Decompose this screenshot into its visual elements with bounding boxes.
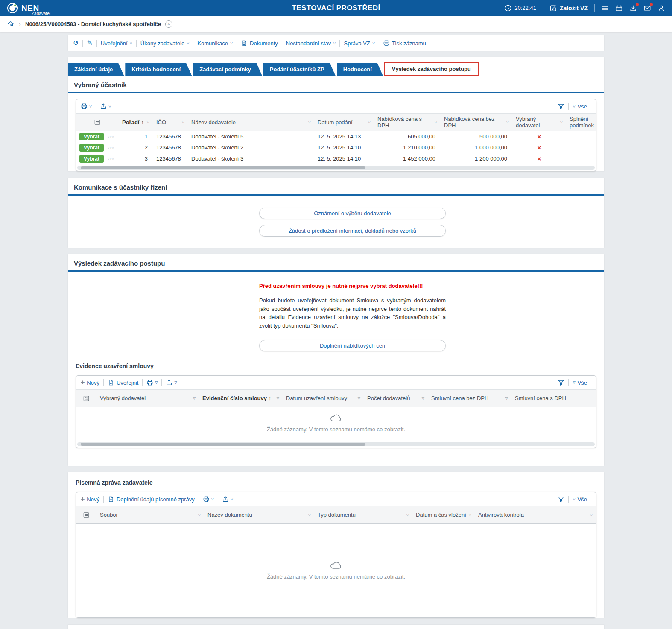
column-settings-icon[interactable]	[93, 119, 101, 126]
col-header-nazev-dodavatele[interactable]: Název dodavatele▽	[188, 114, 314, 131]
downloads-button[interactable]	[629, 4, 637, 12]
filter-dropdown-icon[interactable]: ▽	[422, 397, 424, 400]
column-settings-header[interactable]	[76, 506, 96, 524]
show-all-button[interactable]: ▽ Vše	[573, 496, 587, 503]
col-header-poradi[interactable]: Pořadí↑▽	[119, 114, 153, 131]
row-more-actions-icon[interactable]: ○○○	[108, 135, 114, 138]
doplneni-nabidkovych-cen-button[interactable]: Doplnění nabídkových cen	[259, 340, 446, 351]
new-report-button[interactable]: + Nový	[81, 496, 99, 503]
tab-kriteria-hodnoceni[interactable]: Kritéria hodnocení	[125, 63, 192, 76]
col-header-ico[interactable]: IČO▽	[153, 114, 188, 131]
export-button[interactable]: ▽	[166, 379, 177, 386]
col-header-vybrany-dodavatel[interactable]: Vybraný dodavatel▽	[96, 390, 199, 407]
vybrat-button[interactable]: Vybrat	[79, 155, 104, 163]
col-header-smluvni-cena-bez[interactable]: Smluvní cena bez DPH▽	[428, 390, 511, 407]
filter-dropdown-icon[interactable]: ▽	[182, 120, 184, 124]
row-more-actions-icon[interactable]: ○○○	[108, 146, 114, 149]
breadcrumb: › N006/25/V00004583 - Domácí kuchyňské s…	[0, 16, 672, 32]
tab-zakladni-udaje[interactable]: Základní údaje	[68, 63, 124, 76]
filter-icon[interactable]	[558, 496, 564, 503]
messages-button[interactable]	[643, 4, 651, 12]
new-contract-button[interactable]: + Nový	[81, 379, 99, 386]
tab-zadavaci-podminky[interactable]: Zadávací podmínky	[193, 63, 262, 76]
show-all-button[interactable]: ▽ Vše	[573, 103, 587, 110]
col-header-datum-uzavreni[interactable]: Datum uzavření smlouvy▽	[283, 390, 364, 407]
menu-icon[interactable]	[601, 4, 609, 12]
filter-dropdown-icon[interactable]: ▽	[506, 120, 509, 124]
col-header-smluvni-cena-s[interactable]: Smluvní cena s DPH	[511, 390, 596, 407]
filter-dropdown-icon[interactable]: ▽	[368, 120, 371, 124]
close-record-button[interactable]: ✕	[165, 20, 172, 28]
print-button[interactable]: ▽	[81, 103, 92, 110]
history-icon[interactable]: ↺	[73, 40, 79, 47]
col-header-datum-vlozeni[interactable]: Datum a čas vložení▽	[412, 506, 475, 524]
tab-hodnoceni[interactable]: Hodnocení	[337, 63, 383, 76]
filter-dropdown-icon[interactable]: ▽	[406, 513, 409, 517]
print-button[interactable]: ▽	[146, 379, 158, 386]
filter-dropdown-icon[interactable]: ▽	[147, 120, 149, 124]
edit-icon[interactable]: ✎	[87, 40, 92, 47]
report-grid: + Nový Doplnění údajů písemné zprávy ▽ ▽	[76, 492, 596, 618]
vybrat-button[interactable]: Vybrat	[79, 144, 104, 152]
col-header-splneni-podminek[interactable]: Splnění podmínek	[566, 114, 596, 131]
filter-dropdown-icon[interactable]: ▽	[358, 397, 360, 400]
col-header-datum-podani[interactable]: Datum podání▽	[314, 114, 374, 131]
row-more-actions-icon[interactable]: ○○○	[108, 157, 114, 160]
col-header-typ-dokumentu[interactable]: Typ dokumentu▽	[314, 506, 412, 524]
menu-sprava-vz[interactable]: Správa VZ ▽	[344, 40, 375, 47]
tab-vysledek-zadavaciho-postupu[interactable]: Výsledek zadávacího postupu	[384, 62, 479, 76]
breadcrumb-title[interactable]: N006/25/V00004583 - Domácí kuchyňské spo…	[25, 21, 161, 27]
section-komunikace: Komunikace s účastníky řízení Oznámení o…	[68, 178, 604, 248]
zadost-o-predlozeni-button[interactable]: Žádost o předložení informací, dokladů n…	[259, 225, 446, 237]
contracts-header-row: Vybraný dodavatel▽ Evidenční číslo smlou…	[76, 390, 596, 407]
user-icon[interactable]	[657, 4, 665, 12]
publish-button[interactable]: Uveřejnit	[108, 379, 138, 386]
column-settings-header[interactable]	[76, 390, 96, 407]
print-button[interactable]: ▽	[203, 496, 214, 503]
doplneni-udaju-button[interactable]: Doplnění údajů písemné zprávy	[108, 496, 195, 503]
create-vz-button[interactable]: Založit VZ	[549, 4, 588, 12]
menu-uverejneni[interactable]: Uveřejnění ▽	[101, 40, 132, 47]
menu-nestandardni-stav[interactable]: Nestandardní stav ▽	[286, 40, 336, 47]
col-header-pocet-dodavatelu[interactable]: Počet dodavatelů▽	[364, 390, 428, 407]
scrollbar-thumb[interactable]	[81, 443, 365, 446]
filter-icon[interactable]	[558, 103, 564, 110]
column-settings-header[interactable]	[76, 114, 119, 131]
horizontal-scrollbar[interactable]	[77, 442, 595, 446]
filter-dropdown-icon[interactable]: ▽	[469, 513, 471, 517]
filter-dropdown-icon[interactable]: ▽	[435, 120, 437, 124]
col-header-soubor[interactable]: Soubor▽	[96, 506, 204, 524]
show-all-button[interactable]: ▽ Vše	[573, 380, 587, 386]
filter-dropdown-icon[interactable]: ▽	[505, 397, 508, 400]
oznameni-o-vyberu-button[interactable]: Oznámení o výběru dodavatele	[259, 208, 446, 219]
col-header-cena-bez-dph[interactable]: Nabídková cena bez DPH▽	[441, 114, 512, 131]
vybrat-button[interactable]: Vybrat	[79, 133, 104, 140]
home-icon[interactable]	[7, 20, 15, 28]
filter-dropdown-icon[interactable]: ▽	[193, 397, 196, 400]
menu-dokumenty[interactable]: Dokumenty	[241, 40, 278, 47]
filter-dropdown-icon[interactable]: ▽	[560, 120, 563, 124]
filter-icon[interactable]	[558, 379, 564, 386]
col-header-cena-s-dph[interactable]: Nabídková cena s DPH▽	[374, 114, 441, 131]
tab-podani-ucastniku[interactable]: Podání účastníků ZP	[263, 63, 336, 76]
column-settings-icon[interactable]	[82, 512, 90, 518]
filter-dropdown-icon[interactable]: ▽	[590, 513, 593, 517]
calendar-icon[interactable]	[615, 4, 623, 12]
export-button[interactable]: ▽	[222, 496, 233, 503]
column-settings-icon[interactable]	[82, 395, 90, 402]
filter-dropdown-icon[interactable]: ▽	[308, 120, 311, 124]
menu-ukony-zadavatele[interactable]: Úkony zadavatele ▽	[140, 40, 190, 47]
col-header-antivirova-kontrola[interactable]: Antivirová kontrola▽	[475, 506, 596, 524]
print-record-button[interactable]: Tisk záznamu	[383, 40, 426, 47]
filter-dropdown-icon[interactable]: ▽	[198, 513, 201, 517]
filter-dropdown-icon[interactable]: ▽	[308, 513, 311, 517]
divider	[591, 379, 591, 386]
filter-dropdown-icon[interactable]: ▽	[277, 397, 279, 400]
menu-komunikace[interactable]: Komunikace ▽	[197, 40, 233, 47]
scrollbar-thumb[interactable]	[81, 166, 365, 169]
horizontal-scrollbar[interactable]	[77, 166, 595, 170]
col-header-nazev-dokumentu[interactable]: Název dokumentu▽	[204, 506, 314, 524]
col-header-evidencni-cislo[interactable]: Evidenční číslo smlouvy↑▽	[199, 390, 283, 407]
col-header-vybrany-dodavatel[interactable]: Vybraný dodavatel▽	[512, 114, 566, 131]
export-button[interactable]: ▽	[100, 103, 111, 110]
